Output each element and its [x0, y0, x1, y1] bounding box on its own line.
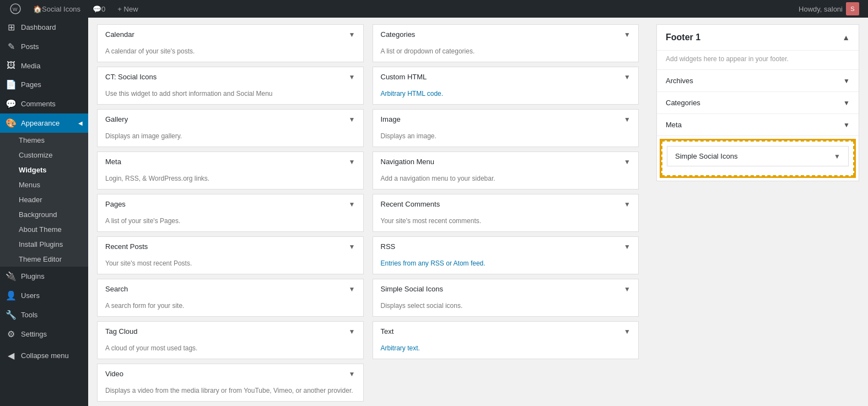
widget-custom-html-title: Custom HTML: [381, 73, 427, 81]
widget-pages: Pages ▼ A list of your site's Pages.: [97, 194, 364, 232]
custom-html-link[interactable]: Arbitrary HTML code.: [381, 90, 444, 98]
footer1-header[interactable]: Footer 1 ▲: [657, 25, 859, 51]
sidebar-item-settings[interactable]: ⚙ Settings: [0, 324, 88, 344]
widget-image-desc: Displays an image.: [373, 129, 639, 147]
sidebar-sub-background[interactable]: Background: [0, 207, 88, 222]
widget-columns: Calendar ▼ A calendar of your site's pos…: [97, 24, 639, 406]
right-panel: Footer 1 ▲ Add widgets here to appear in…: [648, 18, 868, 406]
widget-calendar-header[interactable]: Calendar ▼: [98, 25, 363, 44]
admin-bar: W 🏠 Social Icons 💬 0 + New Howdy, saloni…: [0, 0, 868, 18]
widget-navigation-menu: Navigation Menu ▼ Add a navigation menu …: [373, 151, 639, 190]
footer1-archives-header[interactable]: Archives ▼: [657, 70, 859, 91]
widget-tag-cloud-title: Tag Cloud: [105, 327, 138, 335]
widget-ct-social-title: CT: Social Icons: [105, 73, 157, 81]
footer1-desc: Add widgets here to appear in your foote…: [657, 51, 859, 70]
widget-nav-menu-header[interactable]: Navigation Menu ▼: [373, 152, 639, 171]
widget-calendar: Calendar ▼ A calendar of your site's pos…: [97, 24, 364, 62]
sidebar-item-plugins[interactable]: 🔌 Plugins: [0, 267, 88, 286]
sidebar-item-dashboard[interactable]: ⊞ Dashboard: [0, 18, 88, 37]
widget-nav-menu-title: Navigation Menu: [381, 158, 435, 166]
sidebar-sub-customize[interactable]: Customize: [0, 148, 88, 163]
widget-categories-header[interactable]: Categories ▼: [373, 25, 639, 44]
widget-recent-posts-header[interactable]: Recent Posts ▼: [98, 237, 363, 256]
site-name-button[interactable]: 🏠 Social Icons: [28, 0, 86, 18]
new-button[interactable]: + New: [112, 0, 143, 18]
widget-pages-header[interactable]: Pages ▼: [98, 194, 363, 214]
appearance-icon: 🎨: [6, 118, 17, 128]
widget-video-header[interactable]: Video ▼: [98, 364, 363, 383]
sidebar-item-comments[interactable]: 💬 Comments: [0, 94, 88, 113]
widget-image-header[interactable]: Image ▼: [373, 110, 639, 129]
sidebar-item-tools[interactable]: 🔧 Tools: [0, 305, 88, 324]
sidebar-sub-header[interactable]: Header: [0, 192, 88, 207]
widget-meta-arrow: ▼: [349, 158, 355, 166]
footer1-drop-bottom: [667, 166, 849, 171]
rss-link[interactable]: Entries from any RSS or Atom feed.: [381, 259, 486, 267]
footer1-categories-header[interactable]: Categories ▼: [657, 92, 859, 113]
widget-ssi-header[interactable]: Simple Social Icons ▼: [373, 279, 639, 299]
sidebar-item-users[interactable]: 👤 Users: [0, 286, 88, 305]
sidebar-item-appearance[interactable]: 🎨 Appearance ◀: [0, 113, 88, 133]
widget-categories-arrow: ▼: [624, 31, 630, 39]
sidebar-item-posts[interactable]: ✎ Posts: [0, 37, 88, 56]
widget-rss-header[interactable]: RSS ▼: [373, 237, 639, 256]
widget-gallery: Gallery ▼ Displays an image gallery.: [97, 109, 364, 147]
wp-logo-button[interactable]: W: [4, 0, 26, 18]
comments-icon: 💬: [6, 99, 17, 109]
avatar[interactable]: S: [846, 2, 859, 15]
media-icon: 🖼: [6, 61, 17, 71]
sidebar-sub-about-theme[interactable]: About Theme: [0, 222, 88, 237]
widget-column-1: Calendar ▼ A calendar of your site's pos…: [97, 24, 364, 406]
collapse-menu-button[interactable]: ◀ Collapse menu: [0, 346, 88, 365]
widget-text-arrow: ▼: [624, 328, 630, 335]
widget-search-title: Search: [105, 285, 128, 293]
widget-search: Search ▼ A search form for your site.: [97, 279, 364, 317]
widget-tag-cloud-arrow: ▼: [349, 328, 355, 335]
footer1-drop-inner[interactable]: Simple Social Icons ▼: [667, 146, 849, 166]
widget-recent-comments-arrow: ▼: [624, 201, 630, 208]
widget-gallery-desc: Displays an image gallery.: [98, 129, 363, 147]
footer1-categories-title: Categories: [666, 99, 700, 107]
widget-gallery-arrow: ▼: [349, 116, 355, 123]
text-link[interactable]: Arbitrary text.: [381, 344, 420, 352]
widget-image-arrow: ▼: [624, 116, 630, 123]
footer1-drop-zone: Simple Social Icons ▼: [661, 140, 854, 176]
sidebar-item-pages[interactable]: 📄 Pages: [0, 75, 88, 94]
sidebar-sub-widgets[interactable]: Widgets: [0, 163, 88, 177]
widget-custom-html-header[interactable]: Custom HTML ▼: [373, 67, 639, 86]
widget-text-header[interactable]: Text ▼: [373, 322, 639, 341]
footer1-meta-header[interactable]: Meta ▼: [657, 114, 859, 136]
widget-meta-desc: Login, RSS, & WordPress.org links.: [98, 171, 363, 189]
widget-pages-desc: A list of your site's Pages.: [98, 214, 363, 231]
widget-categories-title: Categories: [381, 30, 416, 39]
widget-tag-cloud-desc: A cloud of your most used tags.: [98, 341, 363, 359]
widget-column-2: Categories ▼ A list or dropdown of categ…: [373, 24, 639, 406]
widget-simple-social-icons: Simple Social Icons ▼ Displays select so…: [373, 279, 639, 317]
comments-button[interactable]: 💬 0: [87, 0, 111, 18]
widget-search-header[interactable]: Search ▼: [98, 279, 363, 299]
widget-recent-comments: Recent Comments ▼ Your site's most recen…: [373, 194, 639, 232]
widget-meta-header[interactable]: Meta ▼: [98, 152, 363, 171]
widget-text-desc: Arbitrary text.: [373, 341, 639, 359]
widget-ct-social-arrow: ▼: [349, 73, 355, 81]
dashboard-icon: ⊞: [6, 22, 17, 33]
footer1-meta-arrow: ▼: [843, 121, 850, 129]
footer1-drop-arrow: ▼: [834, 153, 840, 160]
widget-gallery-header[interactable]: Gallery ▼: [98, 110, 363, 129]
footer1-categories-arrow: ▼: [843, 99, 850, 107]
widget-recent-comments-desc: Your site's most recent comments.: [373, 214, 639, 231]
users-icon: 👤: [6, 290, 17, 301]
widget-ct-social-header[interactable]: CT: Social Icons ▼: [98, 67, 363, 86]
footer1-archives-title: Archives: [666, 77, 693, 85]
footer1-meta-title: Meta: [666, 121, 682, 129]
sidebar-sub-menus[interactable]: Menus: [0, 177, 88, 192]
widget-tag-cloud-header[interactable]: Tag Cloud ▼: [98, 322, 363, 341]
widget-recent-comments-header[interactable]: Recent Comments ▼: [373, 194, 639, 214]
sidebar-item-media[interactable]: 🖼 Media: [0, 56, 88, 75]
layout: ⊞ Dashboard ✎ Posts 🖼 Media 📄 Pages 💬 Co…: [0, 18, 868, 406]
sidebar-sub-themes[interactable]: Themes: [0, 133, 88, 148]
sidebar-sub-install-plugins[interactable]: Install Plugins: [0, 237, 88, 252]
widget-meta: Meta ▼ Login, RSS, & WordPress.org links…: [97, 151, 364, 190]
tools-icon: 🔧: [6, 310, 17, 320]
sidebar-sub-theme-editor[interactable]: Theme Editor: [0, 252, 88, 267]
